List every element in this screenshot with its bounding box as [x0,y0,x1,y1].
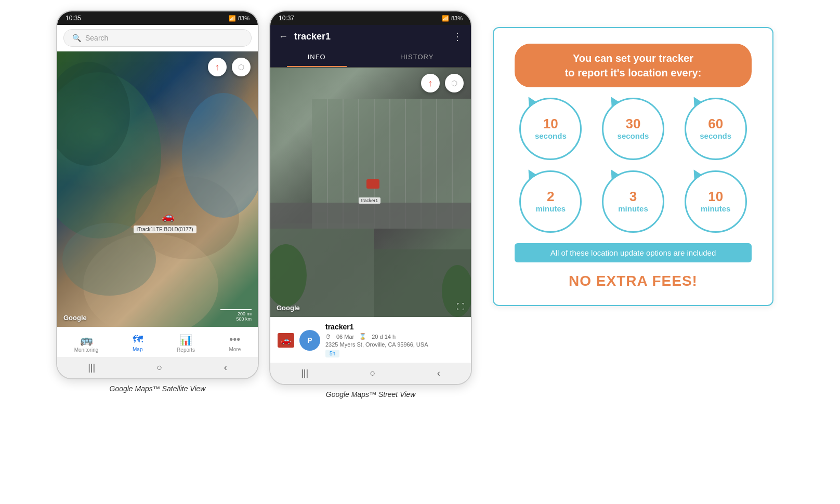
android-back-btn[interactable]: ‹ [224,362,227,373]
tracker-truck-icon: 🚗 [278,333,294,348]
phone1-caption: Google Maps™ Satellite View [110,384,206,393]
interval-60sec: 60 seconds [685,98,747,160]
tracker-title: tracker1 [294,31,446,42]
phone2-column: 10:37 📶 83% ← tracker1 ⋮ INFO HISTORY [269,10,472,399]
nav-more[interactable]: ••• More [225,331,245,355]
tracker-info-row: 🚗 P tracker1 ⏱ 06 Mar ⌛ 20 d 14 h 2325 M… [278,323,464,357]
back-button[interactable]: ← [279,31,288,42]
scale-500km: 500 km [220,316,252,322]
phone1-signal-icon: 📶 [229,15,236,22]
interval-10min-number: 10 [708,190,723,203]
interval-2min-number: 2 [547,190,554,203]
phone1-search-bar: 🔍 Search [57,25,258,51]
time-badge: 5h [325,350,339,357]
tracker-avatar: P [299,330,320,351]
svg-rect-18 [270,203,471,229]
interval-10sec-number: 10 [543,117,558,130]
nav-monitoring-label: Monitoring [74,347,99,353]
tracker-date: 06 Mar [336,334,354,340]
phone2-battery: 83% [451,15,463,21]
interval-10sec: 10 seconds [519,98,582,160]
navigate-icon-2: ⬡ [451,79,457,87]
compass-needle-icon: ↑ [215,62,220,73]
reports-icon: 📊 [179,334,192,346]
interval-60sec-unit: seconds [700,131,731,140]
interval-60sec-number: 60 [708,117,723,130]
compass-button-2[interactable]: ↑ [421,74,440,92]
phone2-tabs: INFO HISTORY [270,48,471,68]
phone1-android-nav: ||| ○ ‹ [57,357,258,378]
tracker-info-text: tracker1 ⏱ 06 Mar ⌛ 20 d 14 h 2325 Myers… [325,323,464,357]
navigate-icon: ⬡ [238,63,244,71]
tab-history[interactable]: HISTORY [379,48,454,67]
interval-2min-unit: minutes [536,204,566,213]
monitoring-icon: 🚌 [80,334,93,346]
scale-200mi: 200 mi [220,311,252,316]
nav-reports-label: Reports [177,347,195,353]
tracker-name-row: tracker1 [325,323,464,331]
expand-button[interactable]: ⛶ [456,302,465,312]
more-menu-button[interactable]: ⋮ [452,30,463,43]
tab-info[interactable]: INFO [287,48,347,67]
tracker-pin: 🚗 [162,210,175,222]
info-card: You can set your tracker to report it's … [493,27,773,306]
interval-30sec-unit: seconds [618,131,649,140]
tracker-satellite-label: iTrack1LTE BOLD(0177) [134,226,196,233]
interval-2min: 2 minutes [519,170,582,233]
nav-reports[interactable]: 📊 Reports [173,331,199,355]
phone2-status-icons: 📶 83% [442,15,463,22]
android2-back-btn[interactable]: ‹ [437,368,440,379]
scale-bar: 200 mi 500 km [220,309,252,322]
android-menu-btn[interactable]: ||| [88,362,95,373]
interval-10sec-unit: seconds [535,131,567,140]
phone1-battery: 83% [238,15,250,21]
phone1-column: 10:35 📶 83% 🔍 Search [56,10,259,393]
phone2-status-bar: 10:37 📶 83% [270,11,471,25]
phone2-signal-icon: 📶 [442,15,449,22]
interval-3min-unit: minutes [618,204,648,213]
phone1-status-bar: 10:35 📶 83% [57,11,258,25]
street-map-area[interactable]: tracker1 ↑ ⬡ Google ⛶ [270,68,471,317]
compass-needle-icon-2: ↑ [428,78,433,89]
headline-line1: You can set your tracker [530,51,736,65]
interval-3min-number: 3 [629,190,637,203]
android-home-btn[interactable]: ○ [157,362,163,373]
interval-30sec: 30 seconds [602,98,664,160]
satellite-map-area[interactable]: ↑ ⬡ 🚗 iTrack1LTE BOLD(0177) Google 200 m… [57,51,258,327]
terrain-svg [57,51,258,327]
tab-info-label: INFO [308,53,326,61]
nav-monitoring[interactable]: 🚌 Monitoring [70,331,103,355]
google-logo-street: Google [277,304,300,312]
tracker-name: tracker1 [325,323,354,331]
search-placeholder: Search [85,34,108,42]
tracker-duration: 20 d 14 h [372,334,396,340]
phone1-mockup: 10:35 📶 83% 🔍 Search [56,10,259,379]
navigate-button-2[interactable]: ⬡ [445,74,464,92]
phone2-mockup: 10:37 📶 83% ← tracker1 ⋮ INFO HISTORY [269,10,472,385]
compass-button[interactable]: ↑ [208,58,227,76]
phone1-status-icons: 📶 83% [229,15,250,22]
search-icon: 🔍 [72,34,81,42]
phone2-android-nav: ||| ○ ‹ [270,363,471,384]
search-input-box[interactable]: 🔍 Search [63,29,252,47]
tracker-meta: ⏱ 06 Mar ⌛ 20 d 14 h [325,333,464,340]
google-logo-satellite: Google [63,314,87,322]
right-panel: You can set your tracker to report it's … [482,10,784,322]
headline-banner: You can set your tracker to report it's … [515,44,752,87]
android2-home-btn[interactable]: ○ [370,368,376,379]
no-extra-banner: All of these location update options are… [515,243,752,262]
nav-map[interactable]: 🗺 Map [128,331,147,355]
android2-menu-btn[interactable]: ||| [301,368,308,379]
no-extra-fees: NO EXTRA FEES! [569,273,698,289]
interval-10min-unit: minutes [701,204,731,213]
hourglass-icon: ⌛ [359,333,366,340]
tracker-address: 2325 Myers St, Oroville, CA 95966, USA [325,341,464,348]
nav-map-label: Map [133,347,142,352]
scale-line [220,309,252,310]
phone1-time: 10:35 [65,15,81,22]
tracker-street-label: tracker1 [359,197,381,204]
svg-point-5 [62,223,156,296]
navigate-button[interactable]: ⬡ [232,58,251,76]
street-map-svg [270,68,471,317]
phone2-header: ← tracker1 ⋮ [270,25,471,48]
